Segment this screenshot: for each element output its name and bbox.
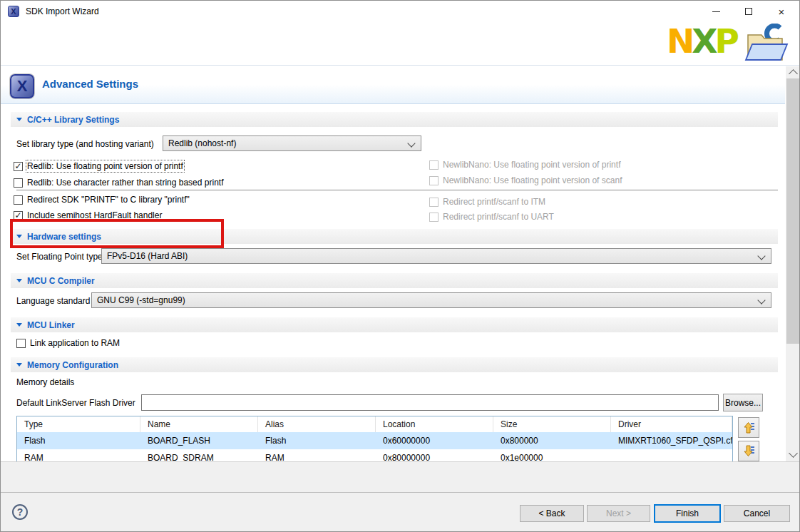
vertical-scrollbar[interactable]	[786, 66, 800, 462]
checkbox-label: Redlib: Use character rather than string…	[27, 178, 223, 188]
checkbox-newlibnano-float-scanf: NewlibNano: Use floating point version o…	[429, 175, 622, 186]
minimize-button[interactable]	[699, 1, 732, 22]
page-icon-letter: X	[17, 77, 28, 96]
move-up-button[interactable]	[738, 417, 759, 438]
checkbox-label: Include semihost HardFault handler	[27, 210, 162, 220]
section-title: C/C++ Library Settings	[27, 115, 119, 125]
scrollbar-thumb[interactable]	[786, 78, 799, 344]
checkbox-redlib-char-printf[interactable]: Redlib: Use character rather than string…	[14, 177, 223, 188]
page-header: X Advanced Settings	[1, 66, 785, 104]
column-header-size[interactable]: Size	[493, 416, 611, 432]
scroll-up-icon[interactable]	[789, 69, 798, 78]
back-button[interactable]: < Back	[520, 505, 584, 522]
cell-size: 0x1e00000	[493, 449, 611, 462]
memory-table-header[interactable]: Type Name Alias Location Size Driver	[17, 416, 732, 432]
library-type-dropdown[interactable]: Redlib (nohost-nf)	[163, 135, 421, 151]
finish-button[interactable]: Finish	[654, 504, 721, 523]
section-mcu-linker[interactable]: MCU Linker	[11, 317, 778, 332]
checkbox-icon	[16, 339, 26, 348]
table-row-flash[interactable]: Flash BOARD_FLASH Flash 0x60000000 0x800…	[17, 432, 732, 449]
collapse-triangle-icon	[16, 235, 22, 238]
cancel-button[interactable]: Cancel	[724, 505, 790, 522]
close-icon: ×	[779, 6, 785, 18]
chevron-down-icon	[757, 252, 765, 260]
question-mark-icon: ?	[17, 506, 24, 518]
move-down-button[interactable]	[738, 441, 759, 461]
checkbox-icon	[429, 198, 439, 207]
title-bar: X SDK Import Wizard ×	[1, 1, 799, 22]
maximize-button[interactable]	[732, 1, 765, 22]
library-type-label: Set library type (and hosting variant)	[16, 139, 154, 149]
browse-button[interactable]: Browse...	[723, 394, 763, 411]
language-standard-value: GNU C99 (-std=gnu99)	[97, 295, 185, 305]
column-header-type[interactable]: Type	[17, 416, 140, 432]
checkbox-icon	[429, 213, 439, 222]
floating-point-label: Set Floating Point type	[16, 252, 103, 262]
floating-point-dropdown[interactable]: FPv5-D16 (Hard ABI)	[101, 248, 771, 264]
nxp-logo-letter-p: P	[715, 21, 737, 61]
mcuxpresso-app-icon: X	[8, 6, 19, 17]
checkbox-label: Redlib: Use floating point version of pr…	[27, 161, 183, 171]
checkbox-label: NewlibNano: Use floating point version o…	[443, 175, 622, 185]
cell-type: Flash	[17, 432, 140, 449]
section-library-settings[interactable]: C/C++ Library Settings	[11, 112, 778, 127]
page-title: Advanced Settings	[42, 78, 138, 90]
c-project-folder-icon	[742, 24, 789, 68]
floating-point-value: FPv5-D16 (Hard ABI)	[107, 251, 188, 261]
cell-location: 0x80000000	[376, 449, 493, 462]
column-header-driver[interactable]: Driver	[611, 416, 732, 432]
column-header-location[interactable]: Location	[376, 416, 493, 432]
scroll-down-icon[interactable]	[789, 449, 798, 458]
collapse-triangle-icon	[16, 279, 22, 282]
section-mcu-c-compiler[interactable]: MCU C Compiler	[11, 273, 778, 288]
column-header-alias[interactable]: Alias	[258, 416, 376, 432]
checkbox-semihost-hardfault[interactable]: ✓ Include semihost HardFault handler	[14, 210, 162, 221]
help-button[interactable]: ?	[12, 504, 28, 520]
language-standard-dropdown[interactable]: GNU C99 (-std=gnu99)	[91, 292, 771, 308]
table-row-ram[interactable]: RAM BOARD_SDRAM RAM 0x80000000 0x1e00000	[17, 449, 732, 462]
nxp-logo: NXP	[667, 24, 737, 58]
section-hardware-settings[interactable]: Hardware settings	[11, 229, 778, 244]
close-button[interactable]: ×	[765, 1, 798, 22]
checkbox-redirect-sdk-printf[interactable]: Redirect SDK "PRINTF" to C library "prin…	[14, 194, 190, 205]
language-standard-label: Language standard	[16, 296, 90, 306]
chevron-down-icon	[757, 296, 765, 304]
flash-driver-input[interactable]	[141, 394, 719, 411]
dialog-footer: ? < Back Next > Finish Cancel	[1, 461, 800, 532]
sdk-import-wizard-window: X SDK Import Wizard × NXP X Advanced Set…	[0, 0, 800, 532]
checkbox-redirect-itm: Redirect printf/scanf to ITM	[429, 196, 545, 208]
section-memory-configuration[interactable]: Memory Configuration	[11, 357, 778, 372]
nxp-logo-letter-x: X	[692, 21, 714, 61]
section-title: Hardware settings	[27, 232, 101, 242]
memory-table[interactable]: Type Name Alias Location Size Driver Fla…	[16, 416, 733, 462]
section-title: MCU Linker	[27, 320, 75, 330]
divider	[1, 492, 800, 493]
library-type-value: Redlib (nohost-nf)	[168, 138, 236, 148]
flash-driver-label: Default LinkServer Flash Driver	[16, 398, 135, 408]
cell-type: RAM	[17, 449, 140, 462]
maximize-icon	[745, 8, 752, 15]
checkbox-label: Redirect SDK "PRINTF" to C library "prin…	[27, 195, 190, 205]
checkbox-icon	[429, 160, 439, 170]
window-title: SDK Import Wizard	[26, 6, 99, 16]
minimize-icon	[712, 11, 720, 12]
section-title: Memory Configuration	[27, 360, 118, 370]
collapse-triangle-icon	[16, 363, 22, 367]
move-down-icon	[743, 445, 755, 457]
checkbox-label: Redirect printf/scanf to UART	[443, 212, 554, 222]
cell-location: 0x60000000	[376, 432, 493, 449]
checkbox-redlib-float-printf[interactable]: ✓ Redlib: Use floating point version of …	[14, 160, 183, 172]
checkbox-redirect-uart: Redirect printf/scanf to UART	[429, 211, 554, 222]
column-header-name[interactable]: Name	[140, 416, 258, 432]
cell-alias: RAM	[258, 449, 376, 462]
cell-driver: MIMXRT1060_SFDP_QSPI.cfx	[611, 432, 732, 449]
cell-name: BOARD_FLASH	[140, 432, 258, 449]
checkbox-link-application-to-ram[interactable]: Link application to RAM	[16, 337, 120, 349]
collapse-triangle-icon	[16, 118, 22, 121]
checkbox-newlibnano-float-printf: NewlibNano: Use floating point version o…	[429, 159, 620, 170]
cell-size: 0x800000	[493, 432, 611, 449]
nxp-logo-letter-n: N	[667, 21, 692, 61]
checkbox-icon	[429, 176, 439, 185]
checkbox-label: Link application to RAM	[30, 338, 120, 348]
cell-name: BOARD_SDRAM	[140, 449, 258, 462]
